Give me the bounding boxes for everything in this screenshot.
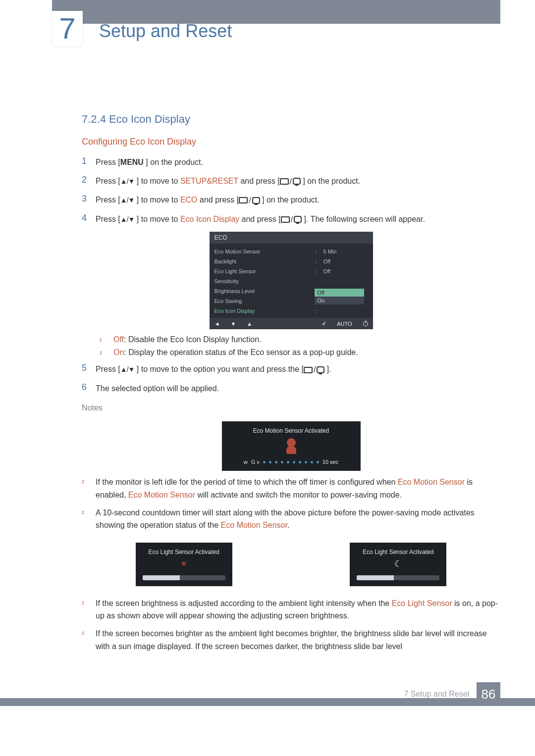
note-text: If the screen brightness is adjusted acc… [96,597,500,622]
header-bar: 7 Setup and Reset [0,0,535,24]
osd-option-selected: Off [315,289,364,297]
step-text: Press [MENU ] on the product. [96,156,500,169]
popup-eco-motion: Eco Motion Sensor Activated w G v 10 sec [222,421,361,471]
popup-title: Eco Light Sensor Activated [143,549,225,555]
updown-icon: ▲/▼ [120,365,135,373]
osd-item-label: Brightness Level [214,288,316,294]
chapter-title: Setup and Reset [99,21,232,42]
bullet-icon: z [82,506,96,532]
step-text: Press [▲/▼ ] to move to Eco Icon Display… [96,213,500,226]
auto-label: AUTO [337,321,352,327]
osd-dropdown: Off On [315,289,364,304]
steps-list: 1 Press [MENU ] on the product. 2 Press … [82,156,500,226]
step-number: 6 [82,382,96,393]
osd-item-label: Eco Light Sensor [214,268,316,274]
option-text: On: Display the operation status of the … [113,348,358,357]
updown-icon: ▲/▼ [120,215,135,223]
notes-list: z If the monitor is left idle for the pe… [82,476,500,531]
updown-icon: ▲/▼ [120,177,135,185]
note-text: A 10-second countdown timer will start a… [96,506,500,532]
updown-icon: ▲/▼ [120,196,135,204]
enter-icon: / [281,213,302,226]
bullet-icon: z [82,476,96,501]
osd-item-label-selected: Eco Icon Display [214,308,316,314]
popup-row: Eco Light Sensor Activated ☀ Eco Light S… [82,539,500,590]
osd-header: ECO [210,232,373,244]
step-number: 3 [82,194,96,204]
up-icon: ▲ [247,321,252,327]
step-text: Press [▲/▼ ] to move to ECO and press [/… [96,194,500,207]
step-text: Press [▲/▼ ] to move to the option you w… [96,363,500,376]
enter-icon: / [280,175,301,188]
notes-heading: Notes [82,403,500,412]
bullet-icon: z [82,597,96,622]
enter-icon: / [239,194,260,207]
notes-list-2: z If the screen brightness is adjusted a… [82,597,500,653]
osd-option: On [315,297,364,304]
popup-title: Eco Light Sensor Activated [357,549,439,555]
power-icon [363,321,368,326]
bullet-icon: z [82,627,96,653]
note-text: If the screen becomes brighter as the am… [96,627,500,653]
popup-title: Eco Motion Sensor Activated [229,427,354,434]
enter-icon: / [304,363,324,376]
chapter-badge: 7 [52,11,83,47]
step-text: The selected option will be applied. [96,382,500,395]
osd-footer: ◄ ▼ ▲ ↲ AUTO [210,318,373,329]
osd-item-label: Eco Saving [214,298,316,304]
osd-item-label: Eco Motion Sensor [214,249,316,254]
bullet-icon: z [100,348,113,357]
enter-icon: ↲ [321,320,326,327]
bullet-icon: z [100,335,113,344]
osd-item-label: Sensitivity [214,278,316,284]
moon-icon: ☾ [357,555,439,575]
footer-chapter: 7 Setup and Reset [404,690,470,699]
sun-icon: ☀ [143,555,225,575]
option-text: Off: Disable the Eco Icon Display functi… [113,335,262,344]
popup-scale: w G v 10 sec [229,459,354,465]
popup-eco-light-sun: Eco Light Sensor Activated ☀ [136,543,232,586]
left-icon: ◄ [214,321,220,327]
options-list: zOff: Disable the Eco Icon Display funct… [100,335,500,357]
step-number: 1 [82,156,96,166]
page-number: 86 [477,682,500,706]
osd-item-value: Off [323,258,368,264]
step-text: Press [▲/▼ ] to move to SETUP&RESET and … [96,175,500,188]
osd-item-value: Off [323,268,368,274]
note-text: If the monitor is left idle for the peri… [96,476,500,501]
step-number: 2 [82,175,96,185]
step-number: 4 [82,213,96,223]
osd-item-value: 5 Min [323,249,368,254]
steps-list-cont: 5 Press [▲/▼ ] to move to the option you… [82,363,500,395]
section-heading: 7.2.4 Eco Icon Display [82,113,500,126]
popup-eco-light-moon: Eco Light Sensor Activated ☾ [350,543,446,586]
osd-menu: ECO Eco Motion Sensor:5 Min Backlight:Of… [210,232,373,329]
person-body-icon [286,446,296,454]
down-icon: ▼ [230,321,236,327]
step-number: 5 [82,363,96,373]
page-footer: 7 Setup and Reset 86 [0,682,535,706]
subsection-heading: Configuring Eco Icon Display [82,137,500,147]
osd-item-label: Backlight [214,258,316,264]
chapter-number: 7 [59,14,75,44]
